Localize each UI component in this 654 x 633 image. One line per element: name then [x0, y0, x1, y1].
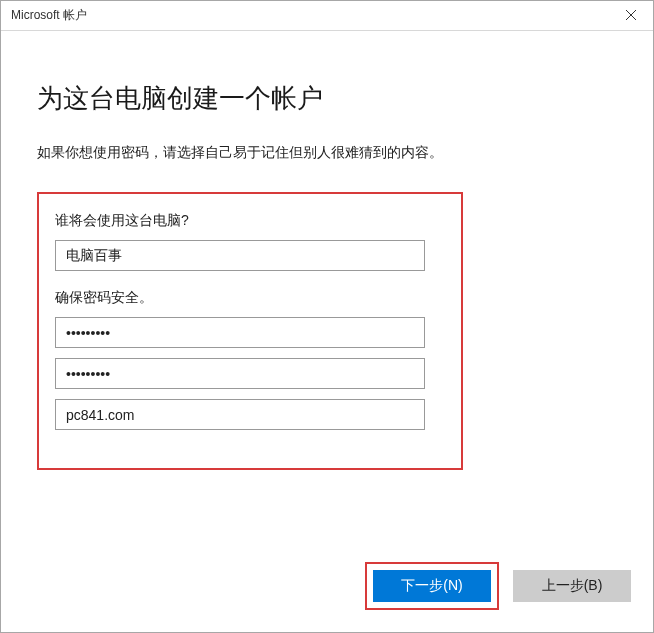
next-button-highlight: 下一步(N) — [365, 562, 499, 610]
back-button[interactable]: 上一步(B) — [513, 570, 631, 602]
next-button[interactable]: 下一步(N) — [373, 570, 491, 602]
form-highlight: 谁将会使用这台电脑? 确保密码安全。 — [37, 192, 463, 470]
content-area: 为这台电脑创建一个帐户 如果你想使用密码，请选择自己易于记住但别人很难猜到的内容… — [1, 31, 653, 470]
dialog-window: Microsoft 帐户 为这台电脑创建一个帐户 如果你想使用密码，请选择自己易… — [0, 0, 654, 633]
titlebar: Microsoft 帐户 — [1, 1, 653, 31]
close-button[interactable] — [608, 1, 653, 31]
page-heading: 为这台电脑创建一个帐户 — [37, 81, 617, 116]
confirm-password-input[interactable] — [55, 358, 425, 389]
footer-buttons: 下一步(N) 上一步(B) — [365, 562, 631, 610]
close-icon — [626, 9, 636, 23]
window-title: Microsoft 帐户 — [11, 7, 87, 24]
password-hint-input[interactable] — [55, 399, 425, 430]
page-subtext: 如果你想使用密码，请选择自己易于记住但别人很难猜到的内容。 — [37, 144, 617, 162]
password-section-label: 确保密码安全。 — [55, 289, 445, 307]
password-input[interactable] — [55, 317, 425, 348]
username-input[interactable] — [55, 240, 425, 271]
username-label: 谁将会使用这台电脑? — [55, 212, 445, 230]
